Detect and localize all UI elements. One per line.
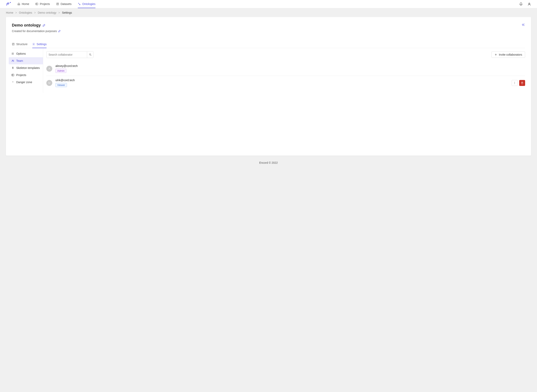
skeleton-icon [11, 66, 14, 69]
svg-rect-3 [79, 4, 80, 5]
svg-point-12 [13, 67, 13, 67]
nav-label: Datasets [61, 2, 71, 5]
logo[interactable] [6, 2, 11, 7]
options-icon [11, 52, 14, 55]
settings-sidebar: Options Team Skeleton templates Projects [9, 48, 43, 93]
danger-icon [11, 81, 14, 84]
notifications-icon[interactable] [519, 2, 523, 6]
breadcrumb-item[interactable]: Ontologies [19, 11, 32, 14]
structure-icon [12, 43, 15, 46]
breadcrumb-item[interactable]: Home [6, 11, 13, 14]
svg-point-2 [78, 3, 79, 3]
main-card: Demo ontology Created for documentation … [6, 17, 531, 156]
nav-projects[interactable]: Projects [35, 0, 50, 8]
nav-label: Projects [40, 2, 50, 5]
plus-icon [495, 53, 497, 56]
edit-description-icon[interactable] [58, 30, 61, 33]
breadcrumb-item[interactable]: Demo ontology [38, 11, 56, 14]
svg-point-15 [514, 82, 515, 82]
projects-icon [11, 74, 14, 76]
home-icon [17, 3, 20, 5]
tab-structure[interactable]: Structure [12, 41, 28, 48]
role-badge: Admin [56, 69, 66, 73]
settings-icon [32, 43, 35, 46]
nav-label: Home [22, 2, 29, 5]
search-input[interactable] [47, 51, 87, 58]
collaborator-row: Uulrik@cord.techViewer [46, 76, 525, 90]
nav-label: Ontologies [82, 2, 95, 5]
invite-collaborators-button[interactable]: Invite collaborators [491, 51, 525, 58]
page-tabs: Structure Settings [12, 41, 525, 48]
sidebar-item-label: Skeleton templates [16, 66, 40, 70]
svg-point-11 [13, 60, 14, 61]
team-icon [11, 59, 14, 62]
nav-datasets[interactable]: Datasets [56, 0, 71, 8]
avatar: A [46, 66, 52, 72]
sidebar-item-label: Team [16, 59, 23, 62]
team-panel: Invite collaborators Aalexey@cord.techAd… [43, 48, 531, 93]
page-description: Created for documentation purposes [12, 29, 57, 33]
avatar: U [46, 80, 52, 86]
page-title: Demo ontology [12, 23, 41, 28]
button-label: Invite collaborators [499, 53, 522, 56]
tab-label: Structure [16, 42, 28, 46]
footer: Encord © 2022 [0, 156, 537, 172]
svg-rect-13 [12, 74, 14, 76]
sidebar-item-projects[interactable]: Projects [9, 71, 43, 79]
more-icon [513, 82, 516, 84]
sidebar-item-label: Options [16, 52, 26, 55]
svg-point-4 [529, 3, 530, 4]
collaborator-row: Aalexey@cord.techAdmin [46, 61, 525, 76]
collaborator-email: alexey@cord.tech [56, 64, 525, 68]
search-button[interactable] [87, 51, 93, 58]
breadcrumb: Home > Ontologies > Demo ontology > Sett… [0, 8, 537, 17]
svg-point-7 [12, 53, 12, 53]
svg-point-16 [514, 83, 515, 83]
chevrons-collapse-icon[interactable] [522, 23, 525, 27]
sidebar-item-options[interactable]: Options [9, 50, 43, 57]
more-actions-button[interactable] [512, 80, 518, 86]
nav-ontologies[interactable]: Ontologies [78, 0, 95, 8]
svg-point-8 [12, 54, 12, 54]
top-nav: Home Projects Datasets Ontologies [0, 0, 537, 8]
user-icon[interactable] [528, 2, 531, 6]
svg-point-6 [33, 44, 34, 45]
sidebar-item-skeleton[interactable]: Skeleton templates [9, 64, 43, 71]
role-badge: Viewer [56, 83, 67, 87]
collaborator-email: ulrik@cord.tech [56, 79, 512, 82]
search-icon [89, 53, 92, 56]
collaborator-list: Aalexey@cord.techAdminUulrik@cord.techVi… [46, 61, 525, 90]
svg-point-17 [514, 84, 515, 84]
svg-rect-0 [36, 3, 38, 5]
projects-icon [35, 3, 38, 5]
edit-title-icon[interactable] [42, 24, 46, 27]
trash-icon [521, 82, 523, 84]
svg-point-14 [89, 54, 91, 55]
sidebar-item-label: Danger zone [16, 81, 32, 84]
ontologies-icon [78, 3, 81, 5]
sidebar-item-team[interactable]: Team [9, 57, 43, 64]
delete-button[interactable] [519, 80, 525, 86]
svg-point-10 [12, 60, 13, 61]
sidebar-item-label: Projects [16, 74, 26, 77]
datasets-icon [56, 3, 59, 5]
sidebar-item-danger[interactable]: Danger zone [9, 79, 43, 86]
tab-label: Settings [37, 42, 47, 46]
breadcrumb-current: Settings [62, 11, 72, 14]
tab-settings[interactable]: Settings [32, 41, 47, 48]
nav-home[interactable]: Home [17, 0, 29, 8]
search-wrap [46, 51, 93, 58]
